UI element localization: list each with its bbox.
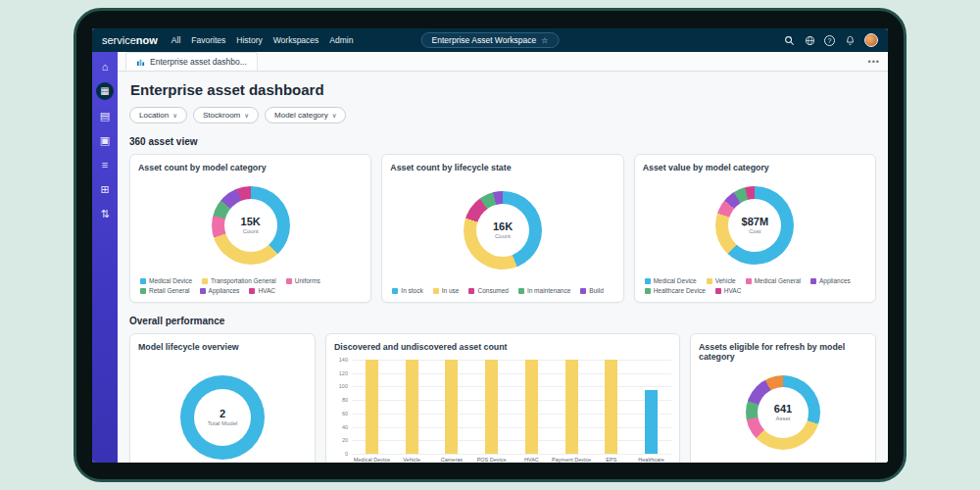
legend-label: Appliances [209,287,240,294]
x-axis-label: Medical Device [352,454,392,463]
legend-swatch [140,288,146,294]
legend-item[interactable]: Retail General [140,287,190,294]
legend-label: Transportation General [211,277,276,284]
x-axis: Medical DeviceVehicleCamerasPOS DeviceHV… [352,454,671,463]
card-title: Asset count by lifecycle state [390,163,614,172]
x-axis-label: Healthcare Device [631,454,671,463]
sidebar-item-transfers-icon[interactable]: ⇅ [96,205,114,222]
legend-item[interactable]: Transportation General [202,277,276,284]
donut-center: 16K Count [464,191,542,270]
sidebar-item-home-icon[interactable]: ⌂ [96,58,114,75]
card-model-lifecycle-overview: Model lifecycle overview 2 Total Model E… [129,333,316,463]
section-overall-performance: Overall performance [129,316,876,326]
nav-item-workspaces[interactable]: Workspaces [273,35,319,45]
legend-label: Medical General [755,277,801,284]
sidebar-item-planner-icon[interactable]: ⊞ [96,180,114,198]
sidebar-item-lists-icon[interactable]: ▤ [96,107,114,124]
legend-label: Retail General [149,287,190,294]
cards-row-2: Model lifecycle overview 2 Total Model E… [129,333,876,463]
avatar[interactable] [864,33,878,47]
filter-label: Model category [274,111,328,120]
nav-item-history[interactable]: History [236,35,262,45]
legend-swatch [249,288,255,294]
legend-item[interactable]: In use [433,287,460,294]
legend-label: Healthcare Device [654,287,706,294]
filter-label: Stockroom [203,111,240,120]
legend-item[interactable]: In stock [392,287,422,294]
legend-item[interactable]: Uniforms [286,277,320,284]
bar-healthcare-device[interactable] [645,390,658,454]
bar-pos-device[interactable] [485,360,498,454]
donut-center-label: Count [243,228,259,234]
bar-vehicle[interactable] [406,360,418,454]
legend-item[interactable]: Vehicle [707,277,736,284]
filter-stockroom[interactable]: Stockroom∨ [193,107,259,123]
search-icon[interactable] [783,34,795,46]
tab-enterprise-asset-dashboard[interactable]: Enterprise asset dashbo... [125,52,258,71]
legend-swatch [433,288,439,294]
legend-item[interactable]: Build [580,287,603,294]
y-tick-label: 120 [339,370,348,376]
legend-item[interactable]: Medical Device [645,277,697,284]
star-icon[interactable]: ☆ [541,36,548,45]
legend-label: In stock [401,287,422,294]
filter-model-category[interactable]: Model category∨ [265,107,346,123]
legend-item[interactable]: In maintenance [518,287,570,294]
bar-payment-device[interactable] [565,360,578,454]
more-icon[interactable]: ••• [868,57,880,67]
y-tick-label: 60 [342,411,348,416]
legend-swatch [746,278,752,284]
donut-center: $87M Cost [715,186,794,265]
bell-icon[interactable] [844,34,856,46]
nav-item-admin[interactable]: Admin [329,35,353,45]
donut-chart[interactable]: 16K Count [464,191,542,270]
legend-swatch [715,288,721,294]
donut-chart[interactable]: 2 Total Model [180,375,265,460]
bar-eps[interactable] [605,360,617,454]
legend-label: Medical Device [654,277,697,284]
nav-item-all[interactable]: All [172,35,180,45]
x-axis-label: Payment Device [552,454,592,463]
legend-item[interactable]: Consumed [468,287,508,294]
bar-cameras[interactable] [445,360,458,454]
bar-series [352,360,671,454]
card-discovered-undiscovered-asset-count: Discovered and undiscovered asset count … [325,333,680,463]
legend-item[interactable]: HVAC [249,287,275,294]
cards-row-1: Asset count by model category 15K Count … [129,154,876,303]
filter-location[interactable]: Location∨ [129,107,187,123]
donut-center-value: $87M [742,216,769,227]
donut-chart[interactable]: 641 Asset [746,375,820,450]
chevron-down-icon: ∨ [172,112,177,120]
y-axis: 140120100806040200 [334,360,352,454]
globe-icon[interactable] [804,34,815,46]
legend-item[interactable]: Healthcare Device [645,287,706,294]
nav-item-favorites[interactable]: Favorites [191,35,225,45]
y-tick-label: 140 [339,357,348,363]
sidebar-item-dashboard-icon[interactable]: ▦ [96,82,114,100]
servicenow-logo[interactable]: servicenow [102,34,158,46]
legend-label: In use [442,287,460,294]
help-icon[interactable]: ? [824,35,835,46]
sidebar-item-controls-icon[interactable]: ≡ [96,156,114,173]
donut-chart[interactable]: $87M Cost [715,186,794,265]
legend-item[interactable]: Appliances [200,287,240,294]
filter-row: Location∨Stockroom∨Model category∨ [129,107,876,123]
legend-item[interactable]: HVAC [715,287,742,294]
legend-item[interactable]: Appliances [810,277,851,284]
donut-center-value: 641 [774,403,792,415]
chart-area: 15K Count [138,172,363,277]
legend-item[interactable]: Medical Device [140,277,192,284]
tab-label: Enterprise asset dashbo... [150,57,247,67]
bar-chart[interactable]: 140120100806040200 Medical DeviceVehicle… [334,352,671,463]
legend-item[interactable]: Medical General [746,277,801,284]
donut-chart[interactable]: 15K Count [212,186,290,265]
bar-hvac[interactable] [525,360,538,454]
bar-medical-device[interactable] [366,360,378,454]
workspace-pill[interactable]: Enterprise Asset Workspace ☆ [421,32,560,48]
sidebar-item-inventory-icon[interactable]: ▣ [96,131,114,149]
y-tick-label: 80 [342,397,348,403]
card-title: Assets eligible for refresh by model cat… [699,342,867,362]
card-asset-count-by-lifecycle-state: Asset count by lifecycle state 16K Count… [381,154,623,303]
chart-area: 641 Asset [699,362,867,463]
chart-legend: Medical DeviceTransportation GeneralUnif… [138,277,363,294]
